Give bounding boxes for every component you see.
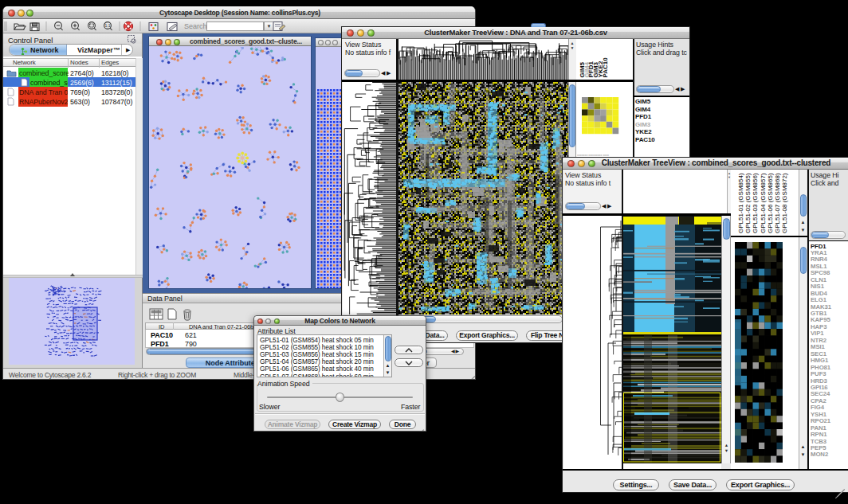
svg-text:GPL51-03 (GSM856): GPL51-03 (GSM856) [752, 173, 759, 233]
svg-text:PAC10: PAC10 [601, 57, 608, 78]
svg-text:Search:: Search: [184, 22, 209, 30]
svg-text:1:1: 1:1 [104, 23, 110, 28]
svg-text:GPL51-07 (GSM868): GPL51-07 (GSM868) [774, 173, 781, 233]
svg-text:GPL51-04 (GSM857): GPL51-04 (GSM857) [760, 173, 767, 233]
svg-text:GPL51-01 (GSM854): GPL51-01 (GSM854) [737, 173, 744, 233]
svg-text:GPL51-08 (GSM872): GPL51-08 (GSM872) [781, 173, 788, 233]
svg-text:GPL51-02 (GSM855): GPL51-02 (GSM855) [744, 173, 752, 233]
svg-text:GPL51-06 (GSM865): GPL51-06 (GSM865) [767, 173, 774, 233]
